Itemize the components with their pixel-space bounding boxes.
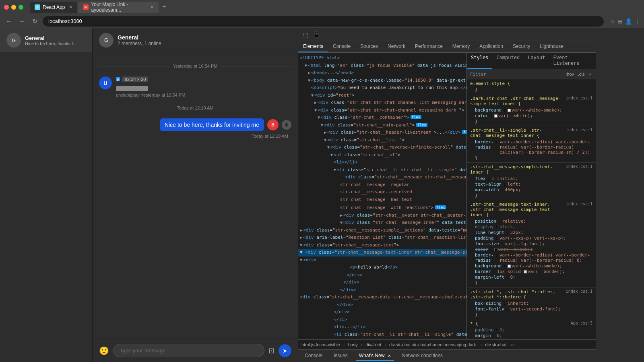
devtools-panel: ⬚ 📱 Elements Console Sources Network Per… bbox=[298, 28, 596, 362]
address-input[interactable] bbox=[43, 16, 604, 27]
html-line: ▶<div class="str-chat str-chat-channel-l… bbox=[298, 99, 466, 107]
breadcrumb-sep: › bbox=[361, 342, 363, 347]
hov-button[interactable]: :hov bbox=[564, 71, 575, 77]
html-line: <!DOCTYPE html> bbox=[298, 54, 466, 62]
style-prop: box-sizing: inherit; bbox=[470, 301, 592, 306]
close-window-button[interactable] bbox=[4, 5, 9, 10]
html-line: </div> bbox=[298, 301, 466, 309]
tab-console[interactable]: Console bbox=[328, 41, 355, 52]
footer-tab-network[interactable]: Network conditions bbox=[399, 351, 446, 361]
date-separator-today: Today at 12:10 AM bbox=[99, 105, 291, 110]
date-text: Today at 12:10 AM bbox=[177, 105, 213, 110]
html-line: ▼<div class="str-chat__list "> bbox=[298, 137, 466, 144]
style-source: index.css:1 bbox=[566, 289, 592, 300]
breadcrumb-html[interactable]: html.js-focus-visible bbox=[301, 342, 340, 347]
tab-elements[interactable]: Elements bbox=[298, 41, 328, 52]
tab-event-listeners[interactable]: Event Listeners bbox=[549, 53, 596, 69]
profile-icon[interactable]: 👤 bbox=[625, 18, 632, 25]
timestamp: Yesterday at 10:54 PM bbox=[141, 93, 186, 97]
chat-header: G General 2 members, 1 online bbox=[93, 28, 298, 52]
tab-memory[interactable]: Memory bbox=[448, 41, 475, 52]
filter-label: Filter bbox=[470, 72, 486, 77]
style-source: index.css:1 bbox=[566, 128, 592, 139]
reaction-button[interactable]: ⊕ bbox=[282, 120, 291, 130]
html-line: ▼<div class="str-chat__reverse-infinite-… bbox=[298, 144, 466, 151]
reload-button[interactable]: ↻ bbox=[30, 17, 39, 26]
styles-filter: Filter :hov .cls + bbox=[467, 69, 596, 79]
style-prop: line-height: 32px; bbox=[470, 230, 592, 235]
message-meta: Today at 12:10 AM bbox=[252, 134, 291, 139]
plus-button[interactable]: + bbox=[588, 71, 592, 77]
device-toolbar-button[interactable]: 📱 bbox=[312, 31, 322, 39]
tab-computed[interactable]: Computed bbox=[492, 53, 524, 69]
chat-app: G General Nice to be here, thanks f... G… bbox=[0, 28, 298, 362]
footer-tab-console[interactable]: Console bbox=[301, 351, 326, 361]
tooltip-dot: p bbox=[116, 77, 120, 81]
channel-name: General bbox=[25, 35, 86, 41]
style-rule-simple-text: .str-chat__message-simple-text-inner { i… bbox=[467, 163, 596, 200]
breadcrumb-bar: html.js-focus-visible › body › div#root … bbox=[298, 339, 596, 349]
breadcrumb-body[interactable]: body bbox=[348, 342, 358, 347]
style-prop: position: relative; bbox=[470, 219, 592, 224]
tab-application[interactable]: Application bbox=[475, 41, 508, 52]
html-line: str-chat__message--with-reactions">flex bbox=[298, 204, 466, 212]
tab-lighthouse[interactable]: Lighthouse bbox=[535, 41, 568, 52]
tab-close-button[interactable]: ✕ bbox=[69, 4, 72, 10]
tab-network[interactable]: Network bbox=[383, 41, 410, 52]
send-button[interactable]: ➤ bbox=[279, 344, 291, 357]
menu-icon[interactable]: ⋮ bbox=[634, 18, 640, 25]
tab-security[interactable]: Security bbox=[508, 41, 535, 52]
html-line-selected: ▼ <div class="str-chat__message-text-inn… bbox=[298, 249, 466, 257]
style-source: index.css:1 bbox=[566, 164, 592, 176]
browser-tabs: ⚛ React App ✕ M Your Magic Link - ayodel… bbox=[30, 2, 640, 13]
attach-button[interactable]: ⊡ bbox=[268, 346, 275, 355]
minimize-window-button[interactable] bbox=[11, 5, 16, 10]
breadcrumb-container[interactable]: div.str-chat__c... bbox=[485, 342, 517, 347]
main-layout: G General Nice to be here, thanks f... G… bbox=[0, 28, 644, 362]
address-bar-row: ← → ↻ ☆ ⊞ 👤 ⋮ bbox=[0, 14, 644, 28]
html-line: </div> bbox=[298, 271, 466, 279]
message-input[interactable] bbox=[113, 344, 264, 357]
breadcrumb-sep: › bbox=[343, 342, 345, 347]
footer-tab-issues[interactable]: Issues bbox=[330, 351, 351, 361]
tab-react-app[interactable]: ⚛ React App ✕ bbox=[30, 2, 77, 13]
close-icon[interactable]: ✕ bbox=[388, 354, 391, 358]
sidebar-channel-item[interactable]: G General Nice to be here, thanks f... bbox=[0, 28, 92, 52]
breadcrumb-root[interactable]: div#root bbox=[365, 342, 381, 347]
html-line: <li></li> bbox=[298, 159, 466, 166]
channel-header-name: General bbox=[118, 34, 161, 41]
tab-gmail[interactable]: M Your Magic Link - ayodelesam... ✕ bbox=[78, 2, 159, 13]
html-line: ▼<div class="str-chat str-chat-channel m… bbox=[298, 107, 466, 114]
style-source: index.css:1 bbox=[566, 96, 592, 107]
cls-button[interactable]: .cls bbox=[577, 71, 586, 77]
html-line: ▼<body data-new-gr-c-s-check-loaded="14.… bbox=[298, 77, 466, 85]
tab-styles[interactable]: Styles bbox=[467, 53, 492, 69]
tab-sources[interactable]: Sources bbox=[355, 41, 383, 52]
separator-line bbox=[99, 66, 169, 66]
inspect-button[interactable]: ⬚ bbox=[301, 31, 310, 39]
tab-close-button[interactable]: ✕ bbox=[150, 4, 154, 10]
extensions-icon[interactable]: ⊞ bbox=[618, 18, 623, 25]
tab-performance[interactable]: Performance bbox=[410, 41, 448, 52]
footer-tab-whatsnew[interactable]: What's New ✕ bbox=[356, 351, 394, 361]
react-favicon: ⚛ bbox=[35, 4, 40, 10]
bookmark-icon[interactable]: ☆ bbox=[610, 18, 615, 25]
style-prop: margin: 0; bbox=[470, 333, 592, 338]
style-source: App.css:3 bbox=[571, 321, 592, 327]
tab-layout[interactable]: Layout bbox=[524, 53, 549, 69]
breadcrumb-strchat[interactable]: div.str-chat.str-chat-channel.messaging.… bbox=[389, 342, 477, 347]
maximize-window-button[interactable] bbox=[19, 5, 23, 10]
back-button[interactable]: ← bbox=[4, 17, 14, 26]
gmail-favicon: M bbox=[83, 4, 89, 10]
devtools-toolbar: ⬚ 📱 bbox=[298, 28, 596, 41]
emoji-button[interactable]: 🙂 bbox=[99, 346, 109, 356]
style-prop: background: var(--white-smoke); bbox=[470, 263, 592, 269]
style-prop: margin-left: 0; bbox=[470, 275, 592, 280]
style-selector: .str-chat__li--single .str-chat__message… bbox=[470, 128, 566, 138]
html-line: ▼<div id="root"> bbox=[298, 92, 466, 99]
devtools-tabs: Elements Console Sources Network Perform… bbox=[298, 41, 596, 53]
filter-input[interactable] bbox=[488, 71, 563, 77]
style-rule-star: * { App.css:3 padding: 0; margin: 0; box… bbox=[467, 319, 596, 339]
new-tab-button[interactable]: + bbox=[159, 3, 169, 11]
forward-button[interactable]: → bbox=[17, 17, 27, 26]
